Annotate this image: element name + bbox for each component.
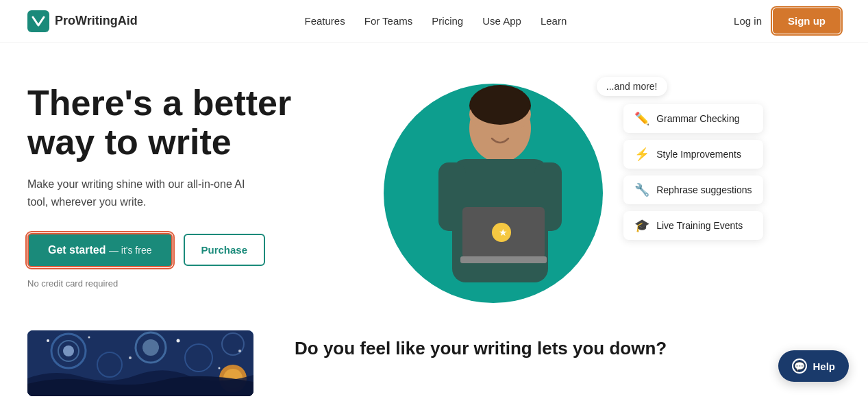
hero-buttons: Get started — it's free Purchase	[27, 233, 384, 267]
navbar: ProWritingAid Features For Teams Pricing…	[0, 0, 868, 42]
rephrase-icon: 🔧	[634, 182, 649, 197]
signup-button[interactable]: Sign up	[773, 8, 841, 34]
nav-learn[interactable]: Learn	[541, 15, 567, 27]
person-svg: ★	[397, 70, 603, 317]
bottom-section: Do you feel like your writing lets you d…	[0, 317, 868, 401]
grammar-label: Grammar Checking	[656, 113, 739, 124]
svg-point-14	[470, 86, 530, 125]
hero-subtitle: Make your writing shine with our all-in-…	[27, 175, 260, 210]
nav-for-teams[interactable]: For Teams	[364, 15, 413, 27]
svg-text:★: ★	[499, 227, 508, 238]
starry-night-svg	[27, 330, 253, 396]
bottom-text-area: Do you feel like your writing lets you d…	[295, 330, 841, 361]
nav-links: Features For Teams Pricing Use App Learn	[305, 15, 567, 27]
chat-icon: 💬	[792, 359, 807, 374]
feature-tag-style: ⚡ Style Improvements	[623, 140, 762, 169]
and-more-bubble: ...and more!	[597, 77, 667, 96]
login-link[interactable]: Log in	[734, 15, 762, 27]
hero-title: There's a better way to write	[27, 84, 384, 162]
feature-tag-training: 🎓 Live Training Events	[623, 211, 762, 240]
training-label: Live Training Events	[656, 220, 743, 231]
nav-pricing[interactable]: Pricing	[432, 15, 463, 27]
logo-link[interactable]: ProWritingAid	[27, 10, 138, 32]
help-button[interactable]: 💬 Help	[778, 350, 849, 382]
hero-section: There's a better way to write Make your …	[0, 42, 868, 317]
training-icon: 🎓	[634, 218, 649, 233]
navbar-actions: Log in Sign up	[734, 8, 841, 34]
svg-point-28	[129, 356, 132, 359]
feature-tag-rephrase: 🔧 Rephrase suggestions	[623, 175, 762, 204]
svg-rect-6	[460, 256, 547, 263]
logo-icon	[27, 10, 49, 32]
hero-person-image: ★	[397, 70, 603, 317]
grammar-icon: ✏️	[634, 111, 649, 126]
nav-features[interactable]: Features	[305, 15, 345, 27]
svg-point-29	[177, 339, 180, 343]
get-started-button[interactable]: Get started — it's free	[27, 233, 173, 267]
svg-point-27	[88, 337, 90, 339]
nav-use-app[interactable]: Use App	[482, 15, 521, 27]
hero-visual: ★ ...and more! ✏️ Grammar Checking ⚡ Sty…	[384, 70, 791, 317]
svg-rect-3	[438, 162, 466, 231]
svg-rect-0	[27, 10, 49, 32]
style-label: Style Improvements	[656, 149, 741, 160]
brand-name: ProWritingAid	[55, 14, 138, 28]
bottom-heading: Do you feel like your writing lets you d…	[295, 337, 841, 361]
svg-point-30	[219, 367, 221, 369]
style-icon: ⚡	[634, 147, 649, 162]
rephrase-label: Rephrase suggestions	[656, 184, 752, 195]
purchase-button[interactable]: Purchase	[184, 234, 266, 266]
feature-tags: ✏️ Grammar Checking ⚡ Style Improvements…	[623, 104, 762, 240]
svg-point-26	[47, 339, 49, 342]
help-label: Help	[813, 361, 835, 372]
free-label: — it's free	[109, 245, 152, 256]
svg-point-20	[63, 345, 74, 356]
starry-night-image	[27, 330, 253, 396]
svg-point-23	[142, 339, 159, 356]
hero-content: There's a better way to write Make your …	[27, 70, 384, 289]
feature-tag-grammar: ✏️ Grammar Checking	[623, 104, 762, 133]
no-credit-text: No credit card required	[27, 278, 384, 289]
svg-point-31	[238, 350, 241, 352]
